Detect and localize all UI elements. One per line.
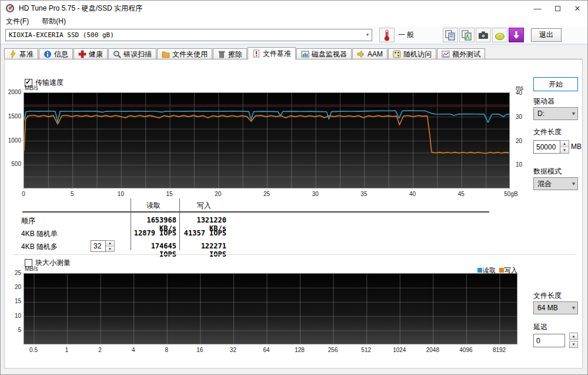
- window-title: HD Tune Pro 5.75 - 硬盘/SSD 实用程序: [19, 4, 527, 14]
- tab-label: 随机访问: [403, 49, 432, 59]
- x-tick-label: 2048: [420, 347, 446, 353]
- x-tick-label: 256: [320, 347, 346, 353]
- toolbar: KIOXIA-EXCERIA SSD (500 gB) ▾ 一 般: [1, 26, 587, 45]
- drive-select[interactable]: KIOXIA-EXCERIA SSD (500 gB) ▾: [5, 29, 372, 41]
- file-length-label: 文件长度: [533, 127, 562, 137]
- drive-label: 驱动器: [533, 97, 554, 107]
- tab-monitor[interactable]: 磁盘监视器: [296, 48, 352, 59]
- block-size-checkbox-label: 块大小测量: [35, 258, 71, 268]
- tab-label: 基准: [19, 49, 34, 59]
- erase-icon: [218, 50, 226, 58]
- chevron-down-icon: ▾: [572, 180, 575, 187]
- data-mode-label: 数据模式: [533, 167, 562, 177]
- x-tick-label: 0: [12, 191, 35, 197]
- minimize-button[interactable]: —: [527, 1, 547, 16]
- drive-dropdown[interactable]: D: ▾: [533, 107, 578, 120]
- tab-strip: 基准信息健康错误扫描文件夹使用擦除文件基准磁盘监视器AAM随机访问额外测试: [4, 48, 486, 59]
- spin-up-icon[interactable]: ▲: [106, 241, 114, 247]
- file-length-spinner[interactable]: 50000 ▲▼: [533, 140, 569, 154]
- y2-tick-label: 20: [516, 138, 522, 144]
- tab-scan[interactable]: 错误扫描: [108, 48, 156, 59]
- copy-text-button[interactable]: [443, 28, 458, 42]
- drive-select-value: KIOXIA-EXCERIA SSD (500 gB): [9, 31, 114, 39]
- tab-label: 错误扫描: [123, 49, 152, 59]
- tab-label: 健康: [89, 49, 103, 59]
- random-icon: [393, 50, 401, 58]
- spin-up-icon[interactable]: ▲: [560, 141, 569, 147]
- drive-dropdown-value: D:: [537, 109, 544, 118]
- delay-spinner[interactable]: ▲ ▼: [569, 333, 578, 348]
- y2-tick-label: 30: [516, 114, 522, 120]
- row-label: 4KB 随机多: [21, 242, 58, 252]
- close-button[interactable]: ✕: [567, 1, 587, 16]
- file-length2-dropdown[interactable]: 64 MB ▾: [533, 301, 578, 314]
- start-button[interactable]: 开始: [533, 77, 578, 91]
- x-tick-label: 45: [449, 191, 473, 197]
- menu-item-help[interactable]: 帮助(H): [42, 16, 66, 26]
- title-bar: HD Tune Pro 5.75 - 硬盘/SSD 实用程序 — ✕: [1, 1, 587, 16]
- camera-icon: [477, 29, 489, 41]
- block-size-chart: MB/s5101520250.5124816326412825651210242…: [24, 273, 517, 344]
- folder-icon: [162, 50, 170, 58]
- chevron-down-icon: ▾: [572, 110, 575, 117]
- exit-button[interactable]: 退出: [531, 28, 562, 42]
- tab-speaker[interactable]: AAM: [352, 48, 387, 59]
- queue-depth-input[interactable]: 32: [91, 240, 106, 252]
- write-column-header: 写入: [180, 201, 228, 211]
- x-tick-label: 10: [109, 191, 132, 197]
- speaker-icon: [357, 50, 365, 58]
- write-legend-swatch: [499, 268, 504, 273]
- x-end-tick-label: 50gB: [498, 191, 524, 197]
- health-icon: [78, 50, 86, 58]
- spin-up-icon[interactable]: ▲: [569, 333, 578, 340]
- y-axis-unit: MB/s: [25, 85, 38, 91]
- x-tick-label: 30: [303, 191, 327, 197]
- tab-filebench[interactable]: 文件基准: [248, 47, 296, 59]
- y-tick-label: 5: [2, 327, 21, 333]
- gauge-icon: [9, 50, 17, 58]
- copy-image-button[interactable]: [459, 28, 475, 42]
- queue-depth-spinner[interactable]: 32▲▼: [91, 240, 115, 252]
- delay-input[interactable]: 0: [533, 334, 565, 347]
- monitor-icon: [301, 50, 309, 58]
- block-size-chart-plot: [24, 273, 517, 344]
- copy-text-icon: [445, 29, 456, 41]
- section-divider: [13, 254, 575, 255]
- download-button[interactable]: [509, 28, 524, 42]
- tab-erase[interactable]: 擦除: [213, 48, 247, 59]
- temperature-status: 一 般: [398, 30, 423, 40]
- read-legend-swatch: [477, 268, 482, 273]
- tab-label: 文件夹使用: [172, 49, 208, 59]
- save-results-button[interactable]: [492, 28, 507, 42]
- tab-random[interactable]: 随机访问: [388, 48, 436, 59]
- tab-health[interactable]: 健康: [74, 48, 108, 59]
- x-tick-label: 15: [158, 191, 181, 197]
- y-tick-label: 500: [2, 161, 21, 167]
- transfer-speed-chart-plot: [24, 92, 510, 188]
- x-tick-label: 16: [187, 347, 213, 353]
- transfer-speed-chart: MB/s500100015002000ms1020304005101520253…: [24, 92, 510, 188]
- spin-down-icon[interactable]: ▼: [569, 341, 578, 348]
- y-tick-label: 25: [2, 270, 21, 276]
- maximize-button[interactable]: [547, 1, 567, 16]
- tab-extra[interactable]: 额外测试: [437, 48, 485, 59]
- read-value: 174645 IOPS: [131, 242, 176, 258]
- file-length2-dropdown-value: 64 MB: [537, 304, 558, 312]
- y2-tick-label: 40: [516, 89, 522, 96]
- spin-down-icon[interactable]: ▼: [106, 247, 114, 252]
- menu-item-file[interactable]: 文件(F): [6, 16, 29, 26]
- tab-folder[interactable]: 文件夹使用: [157, 48, 212, 59]
- spin-down-icon[interactable]: ▼: [560, 147, 569, 153]
- tab-info[interactable]: 信息: [39, 48, 73, 59]
- y-axis-unit: MB/s: [25, 266, 38, 272]
- row-label: 4KB 随机单: [21, 229, 58, 239]
- screenshot-button[interactable]: [476, 28, 491, 42]
- transfer-speed-checkbox-label: 传输速度: [35, 78, 64, 88]
- file-length-input[interactable]: 50000: [533, 140, 560, 154]
- tab-gauge[interactable]: 基准: [4, 48, 38, 59]
- data-mode-dropdown[interactable]: 混合 ▾: [533, 177, 578, 190]
- temperature-button[interactable]: [379, 28, 395, 42]
- x-tick-label: 128: [287, 347, 313, 353]
- file-benchmark-panel: 传输速度 MB/s500100015002000ms10203040051015…: [4, 59, 583, 369]
- filebench-icon: [252, 49, 260, 58]
